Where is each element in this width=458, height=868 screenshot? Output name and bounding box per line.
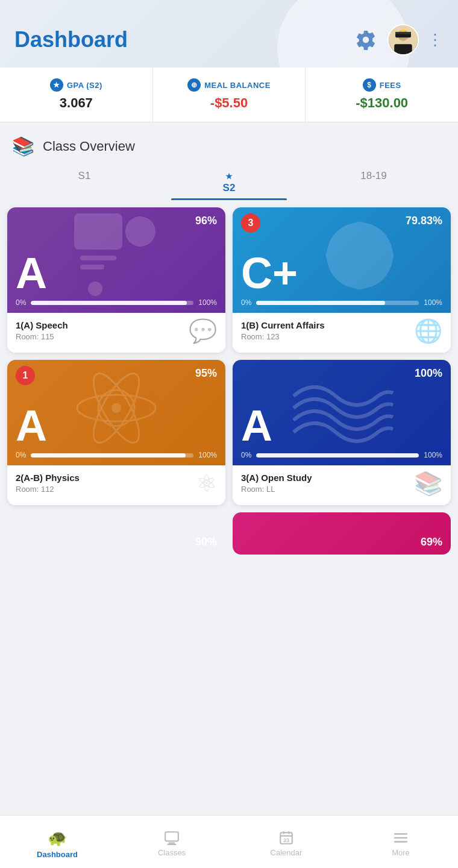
books-icon: 📚 (12, 136, 34, 157)
class-overview-section: 📚 Class Overview (0, 122, 458, 163)
page-title: Dashboard (14, 27, 128, 52)
tab-s2-star: ★ (225, 172, 233, 181)
peek-card-1[interactable]: 90% (7, 512, 225, 555)
gpa-label-row: ★ GPA (S2) (50, 78, 102, 92)
avatar[interactable] (387, 24, 419, 55)
speech-info: 1(A) Speech Room: 115 (16, 320, 68, 341)
section-title: Class Overview (43, 139, 135, 154)
speech-card[interactable]: 96% A 0% 100% 1(A) Speech Room: 115 💬 (7, 207, 225, 353)
fees-label: FEES (380, 81, 401, 90)
os-subject-icon: 📚 (414, 470, 442, 497)
svg-point-18 (111, 403, 121, 413)
dashboard-nav-icon: 🐢 (48, 829, 67, 848)
physics-card-top: 95% 1 A 0% 100% (7, 360, 225, 465)
nav-calendar[interactable]: 23 Calendar (229, 826, 344, 857)
dashboard-nav-label: Dashboard (37, 850, 78, 859)
ca-class-name: 1(B) Current Affairs (241, 320, 325, 330)
meal-label: MEAL BALANCE (204, 81, 271, 90)
ca-subject-icon: 🌐 (414, 318, 442, 344)
stats-bar: ★ GPA (S2) 3.067 ⊕ MEAL BALANCE -$5.50 $… (0, 68, 458, 122)
physics-subject-icon: ⚛ (196, 470, 217, 497)
svg-rect-6 (74, 213, 122, 250)
semester-tabs: S1 ★ S2 18-19 (0, 163, 458, 200)
svg-rect-20 (169, 843, 175, 844)
more-nav-label: More (392, 848, 410, 857)
class-card-grid: 96% A 0% 100% 1(A) Speech Room: 115 💬 (0, 205, 458, 512)
current-affairs-card-top: 79.83% 3 C+ 0% 100% (233, 207, 451, 313)
calendar-nav-label: Calendar (271, 848, 303, 857)
tab-s1[interactable]: S1 (12, 163, 157, 200)
peek-card-2[interactable]: 69% (233, 512, 451, 555)
physics-percent: 95% (195, 367, 217, 380)
current-affairs-badge: 3 (241, 213, 260, 233)
tab-18-19[interactable]: 18-19 (301, 163, 446, 200)
calendar-nav-icon: 23 (278, 830, 294, 846)
current-affairs-percent: 79.83% (406, 215, 442, 227)
gear-icon (355, 29, 377, 51)
svg-point-7 (125, 216, 155, 247)
gpa-icon: ★ (50, 78, 63, 92)
physics-card-bottom: 2(A-B) Physics Room: 112 ⚛ (7, 465, 225, 505)
peek-card-2-percent: 69% (421, 536, 442, 549)
physics-room: Room: 112 (16, 485, 80, 494)
svg-rect-9 (80, 265, 104, 269)
os-class-name: 3(A) Open Study (241, 473, 312, 483)
svg-rect-2 (394, 44, 412, 54)
current-affairs-card[interactable]: 79.83% 3 C+ 0% 100% 1(B) Current Affairs… (233, 207, 451, 353)
os-room: Room: LL (241, 485, 312, 494)
physics-card[interactable]: 95% 1 A 0% 100% 2(A-B) Physics Room: 112… (7, 360, 225, 505)
speech-class-name: 1(A) Speech (16, 320, 68, 330)
open-study-card-top: 100% A 0% 100% (233, 360, 451, 465)
open-study-card-bottom: 3(A) Open Study Room: LL 📚 (233, 465, 451, 505)
peek-card-1-percent: 90% (195, 536, 217, 549)
svg-rect-21 (167, 844, 176, 845)
physics-badge: 1 (16, 366, 35, 385)
svg-point-10 (88, 281, 102, 296)
physics-bg-pattern (7, 360, 225, 465)
avatar-image (389, 25, 418, 54)
open-study-card[interactable]: 100% A 0% 100% 3(A) Open Study Room: LL … (233, 360, 451, 505)
more-options-button[interactable]: ⋮ (427, 32, 444, 48)
header-icons: ⋮ (353, 24, 444, 55)
svg-rect-8 (80, 256, 116, 260)
tab-s2[interactable]: ★ S2 (157, 163, 301, 200)
peek-card-row: 90% 69% (0, 512, 458, 615)
speech-card-top: 96% A 0% 100% (7, 207, 225, 313)
speech-bg-pattern (7, 207, 225, 313)
svg-rect-4 (395, 32, 411, 34)
nav-classes[interactable]: Classes (114, 826, 229, 857)
physics-info: 2(A-B) Physics Room: 112 (16, 473, 80, 494)
nav-dashboard[interactable]: 🐢 Dashboard (0, 825, 114, 859)
current-affairs-card-bottom: 1(B) Current Affairs Room: 123 🌐 (233, 313, 451, 353)
svg-text:23: 23 (283, 837, 289, 843)
nav-more[interactable]: More (344, 826, 458, 857)
fees-icon: $ (363, 78, 376, 92)
meal-label-row: ⊕ MEAL BALANCE (187, 78, 271, 92)
more-nav-icon (393, 830, 409, 846)
speech-card-bottom: 1(A) Speech Room: 115 💬 (7, 313, 225, 353)
fees-stat[interactable]: $ FEES -$130.00 (306, 68, 458, 122)
classes-nav-label: Classes (158, 848, 186, 857)
header: Dashboard ⋮ (0, 0, 458, 68)
meal-icon: ⊕ (187, 78, 201, 92)
speech-room: Room: 115 (16, 332, 68, 341)
physics-class-name: 2(A-B) Physics (16, 473, 80, 483)
avatar-svg (389, 24, 418, 54)
svg-rect-19 (165, 832, 178, 841)
speech-percent: 96% (195, 215, 217, 227)
meal-value: -$5.50 (210, 95, 248, 111)
meal-balance-stat[interactable]: ⊕ MEAL BALANCE -$5.50 (153, 68, 306, 122)
fees-value: -$130.00 (356, 95, 408, 111)
os-info: 3(A) Open Study Room: LL (241, 473, 312, 494)
gpa-stat[interactable]: ★ GPA (S2) 3.067 (0, 68, 153, 122)
bottom-navigation: 🐢 Dashboard Classes 23 Calendar More (0, 815, 458, 868)
gpa-label: GPA (S2) (67, 81, 102, 90)
speech-subject-icon: 💬 (189, 318, 217, 344)
fees-label-row: $ FEES (363, 78, 401, 92)
ca-info: 1(B) Current Affairs Room: 123 (241, 320, 325, 341)
open-study-percent: 100% (415, 367, 442, 380)
gpa-value: 3.067 (60, 95, 93, 111)
classes-nav-icon (164, 830, 180, 846)
svg-point-11 (327, 222, 393, 289)
settings-button[interactable] (353, 27, 379, 53)
